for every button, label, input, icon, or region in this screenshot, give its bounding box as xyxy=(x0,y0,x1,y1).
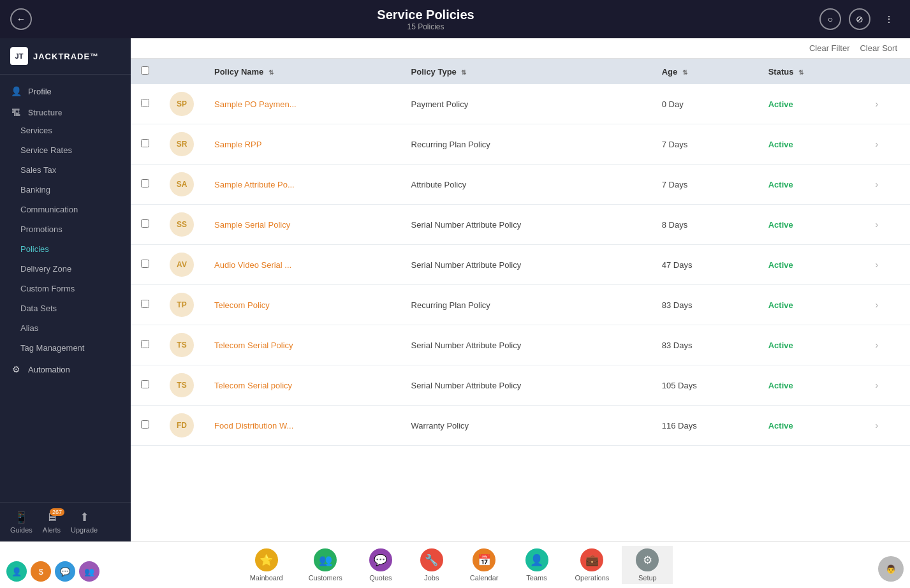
sidebar-guides[interactable]: 📱 Guides xyxy=(10,510,33,534)
policy-name[interactable]: Telecom Serial Policy xyxy=(214,341,293,350)
row-chevron-icon[interactable]: › xyxy=(876,260,879,270)
row-age-cell: 116 Days xyxy=(652,406,758,446)
row-chevron-icon[interactable]: › xyxy=(876,179,879,189)
bottom-nav-mainboard[interactable]: ⭐ Mainboard xyxy=(237,546,296,584)
row-action-cell[interactable]: › xyxy=(865,245,910,285)
row-checkbox[interactable] xyxy=(141,380,149,388)
row-action-cell[interactable]: › xyxy=(865,365,910,406)
row-action-cell[interactable]: › xyxy=(865,406,910,446)
sidebar-item-banking[interactable]: Banking xyxy=(0,180,131,200)
col-policy-type[interactable]: Policy Type ⇅ xyxy=(401,59,652,84)
table-row[interactable]: SP Sample PO Paymen... Payment Policy 0 … xyxy=(131,84,910,124)
filter-button[interactable]: ⊘ xyxy=(849,8,870,30)
col-age[interactable]: Age ⇅ xyxy=(652,59,758,84)
bottom-nav-teams[interactable]: 👤 Teams xyxy=(511,546,562,584)
table-row[interactable]: TP Telecom Policy Recurring Plan Policy … xyxy=(131,285,910,325)
more-button[interactable]: ⋮ xyxy=(878,8,900,30)
row-action-cell[interactable]: › xyxy=(865,205,910,245)
back-button[interactable]: ← xyxy=(10,8,32,30)
sidebar-item-policies[interactable]: Policies xyxy=(0,239,131,259)
user-icon-4[interactable]: 👥 xyxy=(79,561,99,582)
row-chevron-icon[interactable]: › xyxy=(876,380,879,390)
sidebar-item-automation[interactable]: ⚙ Automation xyxy=(0,358,131,381)
sidebar-item-sales-tax[interactable]: Sales Tax xyxy=(0,160,131,180)
bottom-nav-setup[interactable]: ⚙ Setup xyxy=(622,546,673,584)
row-action-cell[interactable]: › xyxy=(865,84,910,124)
clear-filter-button[interactable]: Clear Filter xyxy=(809,43,850,53)
policy-name[interactable]: Telecom Serial policy xyxy=(214,381,292,390)
sidebar-item-custom-forms[interactable]: Custom Forms xyxy=(0,279,131,298)
sidebar-item-alias[interactable]: Alias xyxy=(0,318,131,338)
bottom-user-icons: 👤 $ 💬 👥 xyxy=(6,561,99,582)
bottom-nav-customers[interactable]: 👥 Customers xyxy=(296,546,355,584)
row-chevron-icon[interactable]: › xyxy=(876,340,879,350)
clear-sort-button[interactable]: Clear Sort xyxy=(860,43,897,53)
row-chevron-icon[interactable]: › xyxy=(876,139,879,149)
table-row[interactable]: AV Audio Video Serial ... Serial Number … xyxy=(131,245,910,285)
sidebar-item-data-sets[interactable]: Data Sets xyxy=(0,298,131,318)
bottom-nav-quotes[interactable]: 💬 Quotes xyxy=(355,546,406,584)
policy-age: 8 Days xyxy=(662,220,687,230)
select-all-checkbox-col xyxy=(131,59,159,84)
sidebar-alerts[interactable]: 267 🖥 Alerts xyxy=(43,511,61,534)
sidebar-item-tag-management[interactable]: Tag Management xyxy=(0,338,131,358)
bottom-nav-jobs[interactable]: 🔧 Jobs xyxy=(406,546,457,584)
row-action-cell[interactable]: › xyxy=(865,325,910,365)
row-checkbox[interactable] xyxy=(141,139,149,147)
user-icon-3[interactable]: 💬 xyxy=(55,561,75,582)
col-policy-name[interactable]: Policy Name ⇅ xyxy=(204,59,401,84)
policy-age: 83 Days xyxy=(662,341,693,350)
row-checkbox[interactable] xyxy=(141,179,149,187)
row-checkbox[interactable] xyxy=(141,219,149,228)
sidebar-upgrade[interactable]: ⬆ Upgrade xyxy=(71,510,98,534)
table-row[interactable]: TS Telecom Serial Policy Serial Number A… xyxy=(131,325,910,365)
policy-name[interactable]: Audio Video Serial ... xyxy=(214,260,291,270)
row-action-cell[interactable]: › xyxy=(865,165,910,205)
table-row[interactable]: SS Sample Serial Policy Serial Number At… xyxy=(131,205,910,245)
bottom-nav-calendar[interactable]: 📅 Calendar xyxy=(457,546,511,584)
row-checkbox-cell xyxy=(131,124,159,165)
table-row[interactable]: TS Telecom Serial policy Serial Number A… xyxy=(131,365,910,406)
user-icon-2[interactable]: $ xyxy=(31,561,51,582)
sidebar-item-profile[interactable]: 👤 Profile xyxy=(0,80,131,103)
policy-name[interactable]: Sample RPP xyxy=(214,140,261,149)
user-icon-1[interactable]: 👤 xyxy=(6,561,27,582)
row-checkbox[interactable] xyxy=(141,420,149,429)
sidebar-item-communication[interactable]: Communication xyxy=(0,200,131,219)
user-avatar[interactable]: 👨 xyxy=(878,556,904,582)
row-checkbox[interactable] xyxy=(141,340,149,348)
table-row[interactable]: FD Food Distribution W... Warranty Polic… xyxy=(131,406,910,446)
row-checkbox[interactable] xyxy=(141,99,149,107)
sidebar-item-promotions[interactable]: Promotions xyxy=(0,219,131,239)
row-age-cell: 7 Days xyxy=(652,165,758,205)
policy-name[interactable]: Telecom Policy xyxy=(214,300,270,310)
sidebar-item-services[interactable]: Services xyxy=(0,121,131,140)
row-checkbox[interactable] xyxy=(141,260,149,268)
row-age-cell: 8 Days xyxy=(652,205,758,245)
policy-name[interactable]: Food Distribution W... xyxy=(214,421,293,430)
row-checkbox[interactable] xyxy=(141,300,149,308)
row-action-cell[interactable]: › xyxy=(865,124,910,165)
row-chevron-icon[interactable]: › xyxy=(876,420,879,430)
sidebar-item-delivery-zone[interactable]: Delivery Zone xyxy=(0,259,131,279)
policy-type: Serial Number Attribute Policy xyxy=(411,381,522,390)
policy-name[interactable]: Sample Attribute Po... xyxy=(214,180,295,189)
bottom-nav-operations[interactable]: 💼 Operations xyxy=(562,546,622,584)
policy-name[interactable]: Sample PO Paymen... xyxy=(214,99,297,109)
row-action-cell[interactable]: › xyxy=(865,285,910,325)
row-age-cell: 47 Days xyxy=(652,245,758,285)
table-row[interactable]: SR Sample RPP Recurring Plan Policy 7 Da… xyxy=(131,124,910,165)
row-chevron-icon[interactable]: › xyxy=(876,300,879,310)
policy-name[interactable]: Sample Serial Policy xyxy=(214,220,290,230)
row-name-cell: Sample Attribute Po... xyxy=(204,165,401,205)
sidebar-item-service-rates[interactable]: Service Rates xyxy=(0,140,131,160)
policy-status: Active xyxy=(768,140,793,149)
search-button[interactable]: ○ xyxy=(819,8,841,30)
table-row[interactable]: SA Sample Attribute Po... Attribute Poli… xyxy=(131,165,910,205)
row-status-cell: Active xyxy=(758,365,865,406)
row-chevron-icon[interactable]: › xyxy=(876,99,879,109)
logo-icon: JT xyxy=(10,47,28,65)
row-chevron-icon[interactable]: › xyxy=(876,219,879,230)
col-status[interactable]: Status ⇅ xyxy=(758,59,865,84)
select-all-checkbox[interactable] xyxy=(141,66,149,75)
